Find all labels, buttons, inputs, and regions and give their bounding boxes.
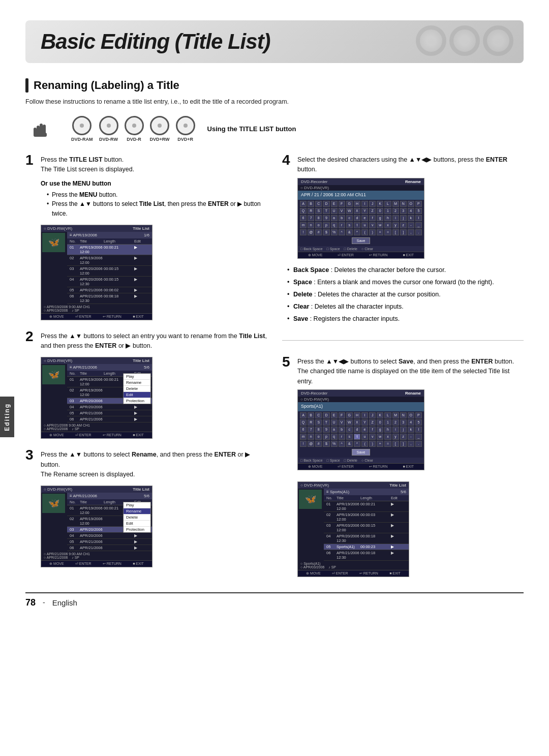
hand-icon xyxy=(30,118,53,140)
step-2-number: 2 xyxy=(25,329,37,344)
intro-text: Follow these instructions to rename a ti… xyxy=(25,97,524,107)
rename-screen-2: DVD-Recorder Rename ○ DVD-RW(VR) Sports(… xyxy=(297,389,424,470)
step-5-block: 5 Press the ▲▼◀▶ buttons to select Save,… xyxy=(282,355,524,577)
rename-save-btn-2[interactable]: Save xyxy=(352,449,370,456)
screen-titlelist-3: ○ DVD-RW(VR) Title List 🦋 ≡ APR/21/2006 … xyxy=(41,486,152,567)
using-title-label: Using the TITLE LIST button xyxy=(207,125,296,133)
step-1-text: Press the TITLE LIST button. The Title L… xyxy=(41,153,134,175)
feature-delete: Delete : Deletes the character at the cu… xyxy=(287,289,524,299)
page-lang: English xyxy=(52,598,77,607)
step-3-block: 3 Press the ▲▼ buttons to select Rename,… xyxy=(25,448,267,567)
feature-clear: Clear : Deletes all the character inputs… xyxy=(287,301,524,312)
page-title: Basic Editing (Title List) xyxy=(41,29,270,54)
screen-titlelist-1: ○ DVD-RW(VR) Title List 🦋 ≡ APR/19/2006 … xyxy=(41,225,152,320)
right-column: 4 Select the desired characters using th… xyxy=(282,153,524,577)
feature-backspace: Back Space : Deletes the character befor… xyxy=(287,265,524,275)
rename-save-btn-1[interactable]: Save xyxy=(352,237,370,244)
section-bar xyxy=(25,78,28,93)
rename-keyboard-2: ABCDEFGHIJKLMNOP QRSTUVWXYZ012345 6789ab… xyxy=(298,411,424,458)
screen-final-thumbnail: 🦋 xyxy=(299,490,322,509)
feature-save: Save : Registers the character inputs. xyxy=(287,314,524,324)
bullet-1: Press the MENU button. xyxy=(47,190,267,200)
step-3-number: 3 xyxy=(25,448,37,462)
step-2-block: 2 Press the ▲▼ buttons to select an entr… xyxy=(25,329,267,439)
screen-titlelist-2: ○ DVD-RW(VR) Title List 🦋 ≡ APR/21/2006 … xyxy=(41,357,152,439)
disc-decoration xyxy=(416,25,513,56)
page-number-row: 78 - English xyxy=(25,592,524,608)
step-2-text: Press the ▲▼ buttons to select an entry … xyxy=(41,329,267,351)
screen-3-thumbnail: 🦋 xyxy=(42,494,65,513)
svg-rect-4 xyxy=(34,133,47,137)
feature-space: Space : Enters a blank and moves the cur… xyxy=(287,277,524,287)
rename-input-1: APR / 21 / 2006 12:00 AM Ch11 xyxy=(298,191,424,200)
step-4-block: 4 Select the desired characters using th… xyxy=(282,153,524,326)
left-column: 1 Press the TITLE LIST button. The Title… xyxy=(25,153,267,577)
section-title: Renaming (Labeling) a Title xyxy=(34,79,179,92)
editing-tab-label: Editing xyxy=(4,403,11,431)
step-4-text: Select the desired characters using the … xyxy=(297,153,524,175)
section-heading: Renaming (Labeling) a Title xyxy=(25,78,524,93)
divider xyxy=(282,340,524,341)
screen-titlelist-final: ○ DVD-RW(VR) Title List 🦋 ≡ Sports(A1) 5… xyxy=(297,481,409,577)
screen-1-header-left: ○ DVD-RW(VR) xyxy=(44,226,72,231)
step-5-text: Press the ▲▼◀▶ buttons to select Save, a… xyxy=(297,355,524,386)
rename-input-2: Sports(A1) xyxy=(298,402,424,411)
page: Editing Basic Editing (Title List) Renam… xyxy=(0,0,549,756)
feature-bullets: Back Space : Deletes the character befor… xyxy=(287,265,524,326)
step-1-bullets: Press the MENU button. Press the ▲▼ butt… xyxy=(47,190,267,219)
header-banner: Basic Editing (Title List) xyxy=(25,20,524,63)
main-content: 1 Press the TITLE LIST button. The Title… xyxy=(25,153,524,577)
rename-keyboard-1: ABCDEFGHIJKLMNOP QRSTUVWXYZ012345 6789ab… xyxy=(298,200,424,246)
screen-1-header-right: Title List xyxy=(133,226,149,231)
step-1-number: 1 xyxy=(25,153,37,167)
page-number: 78 xyxy=(25,597,36,608)
bullet-2: Press the ▲▼ buttons to select Title Lis… xyxy=(47,199,267,218)
screen-2-thumbnail: 🦋 xyxy=(42,365,65,384)
step-3-text: Press the ▲▼ buttons to select Rename, a… xyxy=(41,448,267,479)
rename-screen-1: DVD-Recorder Rename ○ DVD-RW(VR) APR / 2… xyxy=(297,178,424,259)
step-1-block: 1 Press the TITLE LIST button. The Title… xyxy=(25,153,267,320)
step-5-number: 5 xyxy=(282,355,293,369)
step-4-number: 4 xyxy=(282,153,293,167)
step-1-sub-heading: Or use the MENU button xyxy=(41,180,267,187)
editing-tab: Editing xyxy=(0,397,14,437)
screen-1-thumbnail: 🦋 xyxy=(42,233,65,252)
disc-icons-row: DVD-RAM DVD-RW DVD-R DVD+RW DVD+R xyxy=(71,116,195,142)
